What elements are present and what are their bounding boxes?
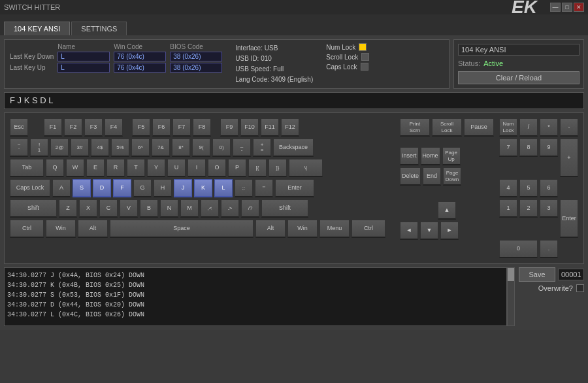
key-f10[interactable]: F10 <box>240 118 259 137</box>
minimize-button[interactable]: — <box>550 3 561 12</box>
key-t[interactable]: T <box>127 159 145 177</box>
save-button[interactable]: Save <box>519 267 555 282</box>
key-scroll-lock[interactable]: ScrollLock <box>432 118 462 137</box>
key-num-2[interactable]: 2 <box>519 199 538 218</box>
key-f2[interactable]: F2 <box>64 118 82 137</box>
key-g[interactable]: G <box>133 179 152 197</box>
key-num-0[interactable]: 0 <box>499 240 538 258</box>
key-5[interactable]: 5% <box>111 139 129 157</box>
key-3[interactable]: 3# <box>71 139 89 157</box>
key-f5[interactable]: F5 <box>132 118 150 137</box>
key-f4[interactable]: F4 <box>105 118 123 137</box>
key-2[interactable]: 2@ <box>50 139 69 157</box>
key-h[interactable]: H <box>154 179 172 197</box>
key-win-right[interactable]: Win <box>287 220 318 238</box>
key-s[interactable]: S <box>73 179 91 197</box>
overwrite-checkbox[interactable] <box>576 284 584 292</box>
key-x[interactable]: X <box>79 199 97 218</box>
key-8[interactable]: 8* <box>172 139 190 157</box>
key-num-5[interactable]: 5 <box>519 179 538 197</box>
key-tab[interactable]: Tab <box>10 159 44 177</box>
clear-reload-button[interactable]: Clear / Reload <box>458 71 580 84</box>
key-shift-left[interactable]: Shift <box>10 199 57 218</box>
key-9[interactable]: 9( <box>192 139 210 157</box>
key-6[interactable]: 6^ <box>131 139 150 157</box>
key-u[interactable]: U <box>167 159 186 177</box>
key-slash[interactable]: /? <box>241 199 259 218</box>
key-f6[interactable]: F6 <box>152 118 171 137</box>
key-1[interactable]: !1 <box>30 139 48 157</box>
key-m[interactable]: M <box>180 199 199 218</box>
key-num-minus[interactable]: - <box>560 118 578 137</box>
key-backspace[interactable]: Backspace <box>273 139 314 157</box>
key-space[interactable]: Space <box>110 220 253 238</box>
key-p[interactable]: P <box>228 159 246 177</box>
key-minus[interactable]: _- <box>233 139 251 157</box>
key-backtick[interactable]: ~` <box>10 139 28 157</box>
key-delete[interactable]: Delete <box>400 167 421 186</box>
keyboard-select[interactable]: 104 Key ANSI <box>458 44 580 56</box>
key-home[interactable]: Home <box>421 147 440 165</box>
key-semicolon[interactable]: ;: <box>235 179 253 197</box>
key-quote[interactable]: '" <box>255 179 273 197</box>
key-c[interactable]: C <box>99 199 118 218</box>
tab-settings[interactable]: SETTINGS <box>71 22 127 35</box>
key-esc[interactable]: Esc <box>10 118 28 137</box>
key-z[interactable]: Z <box>59 199 77 218</box>
key-right[interactable]: ► <box>440 222 459 240</box>
key-insert[interactable]: Insert <box>400 147 419 165</box>
key-alt-right[interactable]: Alt <box>255 220 286 238</box>
key-period[interactable]: .> <box>221 199 239 218</box>
key-f[interactable]: F <box>113 179 131 197</box>
key-j[interactable]: J <box>174 179 192 197</box>
key-enter[interactable]: Enter <box>275 179 314 197</box>
key-q[interactable]: Q <box>46 159 64 177</box>
key-0[interactable]: 0) <box>212 139 231 157</box>
key-o[interactable]: O <box>208 159 226 177</box>
key-num-multiply[interactable]: * <box>540 118 558 137</box>
key-menu[interactable]: Menu <box>319 220 350 238</box>
close-button[interactable]: ✕ <box>574 3 584 12</box>
key-ctrl-right[interactable]: Ctrl <box>351 220 385 238</box>
key-num-3[interactable]: 3 <box>540 199 558 218</box>
key-down[interactable]: ▼ <box>420 222 438 240</box>
key-win-left[interactable]: Win <box>46 220 76 238</box>
key-d[interactable]: D <box>93 179 111 197</box>
key-f11[interactable]: F11 <box>261 118 279 137</box>
key-a[interactable]: A <box>52 179 71 197</box>
key-b[interactable]: B <box>140 199 158 218</box>
key-f9[interactable]: F9 <box>220 118 238 137</box>
key-rbracket[interactable]: ]} <box>269 159 287 177</box>
key-num-lock[interactable]: NumLock <box>499 118 517 137</box>
key-print-screen[interactable]: PrintScrn <box>400 118 430 137</box>
key-f1[interactable]: F1 <box>44 118 62 137</box>
key-page-down[interactable]: PageDown <box>443 167 461 186</box>
key-7[interactable]: 7& <box>152 139 170 157</box>
scrollbar-thumb[interactable] <box>508 268 514 281</box>
log-area[interactable]: 34:30.0277 J (0x4A, BIOS 0x24) DOWN34:30… <box>4 267 507 326</box>
key-lbracket[interactable]: [{ <box>248 159 267 177</box>
key-num-4[interactable]: 4 <box>499 179 517 197</box>
key-num-8[interactable]: 8 <box>519 139 538 157</box>
key-i[interactable]: I <box>188 159 206 177</box>
maximize-button[interactable]: □ <box>562 3 572 12</box>
key-ctrl-left[interactable]: Ctrl <box>10 220 44 238</box>
key-num-1[interactable]: 1 <box>499 199 517 218</box>
key-y[interactable]: Y <box>147 159 165 177</box>
key-w[interactable]: W <box>66 159 84 177</box>
tab-104-key[interactable]: 104 KEY ANSI <box>4 22 70 35</box>
key-comma[interactable]: ,< <box>201 199 219 218</box>
key-4[interactable]: 4$ <box>91 139 109 157</box>
key-equals[interactable]: += <box>253 139 271 157</box>
key-num-plus[interactable]: + <box>560 139 578 177</box>
key-e[interactable]: E <box>86 159 105 177</box>
key-pause[interactable]: Pause <box>464 118 494 137</box>
key-backslash[interactable]: \| <box>289 159 323 177</box>
key-shift-right[interactable]: Shift <box>261 199 308 218</box>
key-left[interactable]: ◄ <box>400 222 418 240</box>
key-k[interactable]: K <box>194 179 212 197</box>
key-r[interactable]: R <box>106 159 125 177</box>
key-num-slash[interactable]: / <box>519 118 538 137</box>
key-up[interactable]: ▲ <box>438 201 456 220</box>
key-f3[interactable]: F3 <box>84 118 103 137</box>
